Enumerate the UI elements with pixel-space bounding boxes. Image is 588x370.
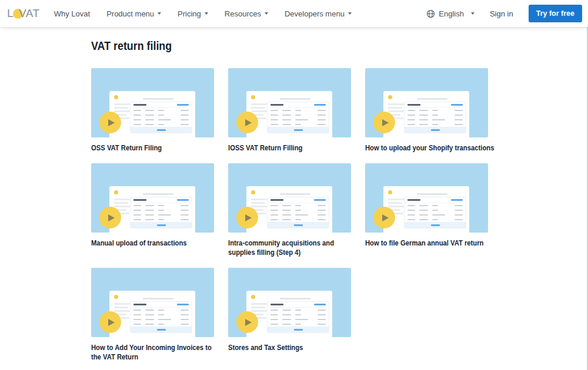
mock-table-row (268, 217, 329, 222)
mock-table-row (405, 208, 466, 213)
video-thumbnail[interactable] (365, 68, 488, 137)
main-nav: Why Lovat Product menu Pricing Resources… (54, 9, 352, 18)
app-window-illustration (109, 186, 195, 233)
mock-sidebar-line (251, 206, 268, 207)
chevron-down-icon (205, 12, 208, 15)
mock-table-row (131, 208, 192, 213)
app-window-illustration (246, 186, 332, 233)
video-card: Manual upload of transactions (91, 163, 214, 257)
play-triangle (108, 319, 115, 326)
mock-sidebar-line (251, 307, 265, 308)
header-right-group: English Sign in Try for free (426, 5, 582, 22)
video-thumbnail[interactable] (91, 68, 214, 137)
logo-letters-vat: VAT (19, 7, 40, 20)
page-title: VAT return filing (91, 39, 513, 53)
mock-due-dates-table (405, 197, 466, 228)
mock-table-row (131, 322, 192, 327)
site-header: L VAT Why Lovat Product menu Pricing Res… (0, 0, 588, 27)
mock-due-dates-table (131, 197, 192, 228)
mock-title-line (143, 98, 173, 100)
video-title: Stores and Tax Settings (228, 343, 339, 352)
mock-table-row (268, 113, 329, 117)
mock-logo-dot (251, 295, 255, 299)
play-triangle (245, 119, 252, 126)
mock-table-row (131, 108, 192, 113)
mock-due-dates-table (268, 302, 329, 332)
play-button-icon (99, 207, 121, 228)
app-window-illustration (383, 186, 469, 233)
mock-table-footer (268, 327, 329, 332)
play-triangle (108, 119, 115, 126)
mock-table-row (131, 308, 192, 312)
mock-sidebar-line (114, 110, 131, 112)
mock-table-footer (131, 127, 192, 133)
mock-sidebar-line (251, 199, 269, 200)
mock-due-dates-table (131, 302, 192, 332)
try-for-free-button[interactable]: Try for free (529, 5, 582, 22)
mock-logo-dot (388, 190, 392, 194)
chevron-down-icon (158, 12, 161, 15)
mock-title-line (280, 98, 310, 100)
app-window-illustration (246, 91, 332, 137)
nav-label: Why Lovat (54, 9, 90, 18)
mock-table-header (268, 102, 329, 108)
mock-sidebar-line (251, 303, 269, 305)
mock-sidebar-line (388, 206, 405, 207)
video-thumbnail[interactable] (228, 68, 351, 137)
nav-item-resources[interactable]: Resources (225, 9, 268, 18)
video-thumbnail[interactable] (91, 268, 214, 337)
nav-item-product-menu[interactable]: Product menu (106, 9, 161, 18)
video-title: IOSS VAT Return Filling (228, 143, 339, 153)
mock-sidebar-line (251, 202, 265, 204)
mock-table-row (131, 122, 192, 127)
play-triangle (245, 319, 252, 326)
video-card: Stores and Tax Settings (228, 268, 351, 362)
lovat-logo[interactable]: L VAT (7, 7, 40, 20)
video-thumbnail[interactable] (365, 163, 488, 233)
video-title: How to upload your Shopify transactions (365, 143, 476, 153)
mock-table-footer (405, 222, 466, 228)
nav-item-pricing[interactable]: Pricing (178, 9, 208, 18)
mock-logo-dot (114, 190, 118, 194)
mock-table-row (405, 203, 466, 208)
mock-table-header (405, 102, 466, 108)
mock-sidebar-line (114, 303, 132, 305)
mock-table-footer (268, 127, 329, 133)
mock-table-row (268, 322, 329, 327)
nav-item-why-lovat[interactable]: Why Lovat (54, 9, 90, 18)
play-button-icon (99, 311, 121, 333)
mock-sidebar-line (388, 199, 406, 200)
mock-sidebar-line (388, 103, 406, 105)
language-label: English (439, 9, 464, 18)
nav-item-developers-menu[interactable]: Developers menu (285, 9, 352, 18)
mock-table-row (268, 203, 329, 208)
mock-table-footer (131, 222, 192, 228)
mock-table-row (131, 317, 192, 322)
mock-table-row (405, 122, 466, 127)
mock-sidebar-line (114, 307, 128, 308)
mock-table-row (405, 108, 466, 113)
mock-logo-dot (388, 95, 392, 99)
app-window-illustration (109, 291, 195, 337)
mock-sidebar-line (114, 202, 128, 204)
sign-in-link[interactable]: Sign in (490, 9, 513, 18)
chevron-down-icon (265, 12, 268, 15)
mock-table-row (268, 122, 329, 127)
video-thumbnail[interactable] (91, 163, 214, 233)
mock-logo-dot (251, 190, 255, 194)
play-button-icon (236, 112, 258, 133)
mock-sidebar-line (114, 206, 131, 207)
mock-title-line (280, 193, 310, 195)
app-window-illustration (383, 91, 469, 137)
video-card: OSS VAT Return Filing (91, 68, 214, 153)
play-triangle (108, 214, 115, 221)
mock-due-dates-table (131, 102, 192, 133)
video-thumbnail[interactable] (228, 268, 351, 337)
app-window-illustration (246, 291, 332, 337)
mock-table-row (268, 308, 329, 312)
mock-table-row (405, 217, 466, 222)
mock-sidebar-line (114, 199, 132, 200)
language-selector[interactable]: English (426, 9, 475, 18)
video-thumbnail[interactable] (228, 163, 351, 233)
mock-table-footer (131, 327, 192, 332)
